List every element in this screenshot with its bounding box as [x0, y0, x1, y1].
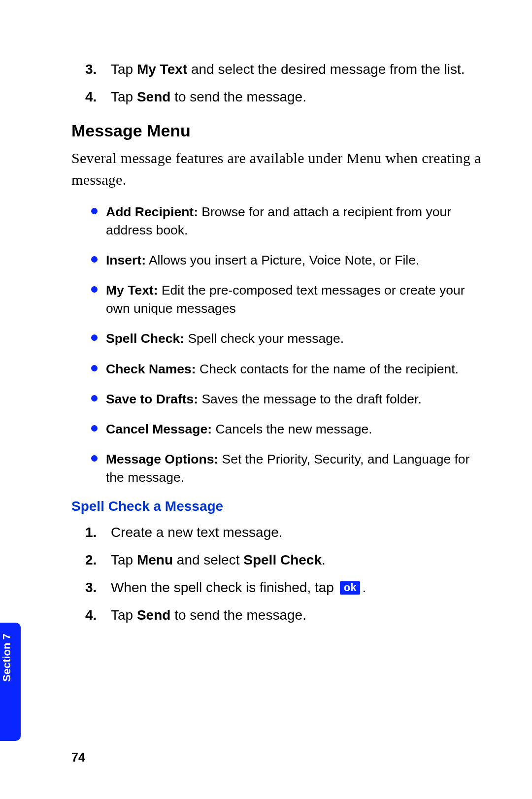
steps-list-top: 3. Tap My Text and select the desired me… [71, 59, 483, 107]
step-text-post: . [362, 580, 366, 595]
list-item: 2. Tap Menu and select Spell Check. [111, 550, 483, 570]
step-text-bold: My Text [137, 62, 187, 77]
step-text-pre: Tap [111, 607, 137, 623]
bullet-body: Check contacts for the name of the recip… [196, 362, 459, 376]
bullet-body: Spell check your message. [184, 331, 344, 346]
bullet-title: Cancel Message: [106, 422, 212, 436]
bullet-title: Add Recipient: [106, 204, 198, 219]
page-number: 74 [71, 750, 85, 765]
bullet-body: Edit the pre-composed text messages or c… [106, 283, 465, 316]
step-text: Create a new text message. [111, 525, 283, 540]
step-text-pre: Tap [111, 89, 137, 104]
bullet-spell-check: Spell Check: Spell check your message. [106, 330, 483, 348]
bullet-body: Allows you insert a Picture, Voice Note,… [146, 253, 419, 267]
bullet-title: My Text: [106, 283, 158, 298]
bullet-body: Cancels the new message. [212, 422, 372, 436]
step-text-mid: and select [173, 552, 243, 567]
bullet-message-options: Message Options: Set the Priority, Secur… [106, 450, 483, 487]
feature-bullet-list: Add Recipient: Browse for and attach a r… [71, 203, 483, 487]
step-number: 1. [85, 522, 97, 543]
step-number: 3. [85, 577, 97, 598]
bullet-insert: Insert: Allows you insert a Picture, Voi… [106, 251, 483, 269]
bullet-my-text: My Text: Edit the pre-composed text mess… [106, 281, 483, 318]
step-number: 2. [85, 550, 97, 570]
steps-list-spellcheck: 1. Create a new text message. 2. Tap Men… [71, 522, 483, 626]
step-number: 4. [85, 605, 97, 626]
step-text-post: and select the desired message from the … [187, 62, 465, 77]
bullet-title: Spell Check: [106, 331, 184, 346]
step-text-pre: Tap [111, 552, 137, 567]
list-item: 4. Tap Send to send the message. [111, 87, 483, 107]
bullet-title: Message Options: [106, 452, 218, 466]
step-number: 3. [85, 59, 97, 80]
step-text-pre: When the spell check is finished, tap [111, 580, 338, 595]
step-text-bold: Send [137, 89, 170, 104]
bullet-check-names: Check Names: Check contacts for the name… [106, 360, 483, 378]
list-item: 3. When the spell check is finished, tap… [111, 577, 483, 598]
bullet-add-recipient: Add Recipient: Browse for and attach a r… [106, 203, 483, 239]
bullet-cancel-message: Cancel Message: Cancels the new message. [106, 420, 483, 438]
ok-button-icon: ok [340, 581, 361, 595]
section-tab-label: Section 7 [0, 633, 13, 682]
step-text-bold: Send [137, 607, 170, 623]
bullet-body: Saves the message to the draft folder. [198, 392, 422, 406]
heading-message-menu: Message Menu [71, 121, 483, 140]
step-text-bold2: Spell Check [243, 552, 322, 567]
list-item: 3. Tap My Text and select the desired me… [111, 59, 483, 80]
list-item: 4. Tap Send to send the message. [111, 605, 483, 626]
step-text-post: to send the message. [170, 89, 306, 104]
heading-spell-check: Spell Check a Message [71, 499, 483, 514]
intro-paragraph: Several message features are available u… [71, 147, 483, 190]
step-number: 4. [85, 87, 97, 107]
step-text-pre: Tap [111, 62, 137, 77]
bullet-title: Check Names: [106, 362, 196, 376]
bullet-title: Insert: [106, 253, 146, 267]
step-text-bold: Menu [137, 552, 173, 567]
bullet-title: Save to Drafts: [106, 392, 198, 406]
document-page: 3. Tap My Text and select the desired me… [0, 0, 532, 799]
bullet-save-to-drafts: Save to Drafts: Saves the message to the… [106, 390, 483, 408]
list-item: 1. Create a new text message. [111, 522, 483, 543]
step-text-post: . [322, 552, 326, 567]
step-text-post: to send the message. [170, 607, 306, 623]
